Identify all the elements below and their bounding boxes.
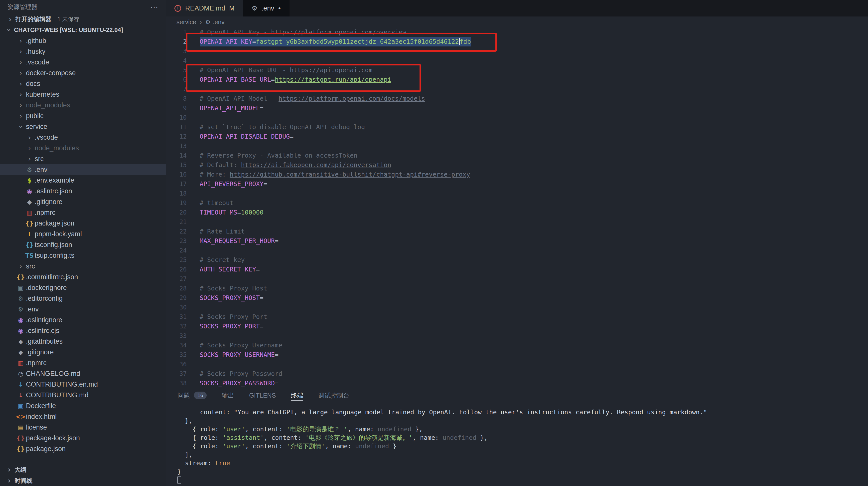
tree-folder-kubernetes[interactable]: ›kubernetes <box>0 89 166 100</box>
tree-file-tsconfig.json[interactable]: {}tsconfig.json <box>0 239 166 250</box>
workspace-root-header[interactable]: › CHATGPT-WEB [WSL: UBUNTU-22.04] <box>0 25 166 35</box>
code-line[interactable]: 36 <box>166 360 868 369</box>
code-line[interactable]: 33 <box>166 331 868 341</box>
code-line[interactable]: 1# OpenAI API Key - https://platform.ope… <box>166 27 868 37</box>
tree-file-CONTRIBUTING.md[interactable]: ↓CONTRIBUTING.md <box>0 390 166 401</box>
code-line-text: API_REVERSE_PROXY= <box>200 179 267 189</box>
tree-folder-.husky[interactable]: ›.husky <box>0 46 166 57</box>
tree-file-.gitignore[interactable]: ◆.gitignore <box>0 197 166 207</box>
code-line[interactable]: 24 <box>166 246 868 255</box>
tree-folder-docs[interactable]: ›docs <box>0 79 166 89</box>
code-line[interactable]: 11# set `true` to disable OpenAI API deb… <box>166 122 868 132</box>
panel-tab-输出[interactable]: 输出 <box>222 388 234 403</box>
tree-file-package-lock.json[interactable]: {}package-lock.json <box>0 433 166 444</box>
code-line[interactable]: 29SOCKS_PROXY_HOST= <box>166 293 868 303</box>
tree-file-package.json[interactable]: {}package.json <box>0 444 166 454</box>
outline-section[interactable]: › 大纲 <box>0 464 166 475</box>
code-line[interactable]: 19# timeout <box>166 198 868 208</box>
code-line[interactable]: 10 <box>166 113 868 122</box>
tree-item-label: CONTRIBUTING.en.md <box>26 381 98 388</box>
code-line[interactable]: 9OPENAI_API_MODEL= <box>166 104 868 113</box>
code-line[interactable]: 16# More: https://github.com/transitive-… <box>166 170 868 179</box>
tree-file-package.json[interactable]: {}package.json <box>0 218 166 229</box>
tree-file-.gitattributes[interactable]: ◆.gitattributes <box>0 336 166 347</box>
tree-file-tsup.config.ts[interactable]: TStsup.config.ts <box>0 250 166 261</box>
code-line[interactable]: 18 <box>166 189 868 198</box>
panel-tab-终端[interactable]: 终端 <box>291 388 303 403</box>
timeline-section[interactable]: › 时间线 <box>0 475 166 486</box>
tree-folder-.github[interactable]: ›.github <box>0 35 166 46</box>
tree-file-.editorconfig[interactable]: ⚙.editorconfig <box>0 293 166 304</box>
tree-item-label: CONTRIBUTING.md <box>26 391 89 399</box>
code-line[interactable]: 12OPENAI_API_DISABLE_DEBUG= <box>166 132 868 141</box>
tree-file-.env[interactable]: ⚙.env <box>0 304 166 315</box>
panel-tab-问题[interactable]: 问题16 <box>178 388 207 403</box>
tab-README.md[interactable]: iREADME.mdM <box>166 0 243 17</box>
code-line[interactable]: 6OPENAI_API_BASE_URL=https://fastgpt.run… <box>166 75 868 84</box>
tab-.env[interactable]: ⚙.env● <box>243 0 289 17</box>
tree-folder-service[interactable]: ›service <box>0 121 166 132</box>
panel-tab-调试控制台[interactable]: 调试控制台 <box>318 388 349 403</box>
tree-folder-.vscode[interactable]: ›.vscode <box>0 132 166 143</box>
code-line[interactable]: 7 <box>166 84 868 94</box>
tree-folder-src[interactable]: ›src <box>0 261 166 272</box>
tree-file-.gitignore[interactable]: ◆.gitignore <box>0 347 166 358</box>
tree-folder-src[interactable]: ›src <box>0 153 166 164</box>
code-line[interactable]: 23MAX_REQUEST_PER_HOUR= <box>166 236 868 246</box>
terminal[interactable]: content: "You are ChatGPT, a large langu… <box>166 403 868 486</box>
code-line[interactable]: 34# Socks Proxy Username <box>166 341 868 350</box>
code-line[interactable]: 3 <box>166 47 868 56</box>
code-line[interactable]: 8# OpenAI API Model - https://platform.o… <box>166 94 868 104</box>
tree-file-.env.example[interactable]: $.env.example <box>0 175 166 186</box>
tree-folder-node_modules[interactable]: ›node_modules <box>0 100 166 111</box>
breadcrumb-item-.env[interactable]: ⚙.env <box>206 19 225 26</box>
code-line[interactable]: 17API_REVERSE_PROXY= <box>166 179 868 189</box>
tree-file-.commitlintrc.json[interactable]: {}.commitlintrc.json <box>0 272 166 282</box>
code-line[interactable]: 14# Reverse Proxy - Available on accessT… <box>166 151 868 160</box>
code-line[interactable]: 25# Secret key <box>166 255 868 265</box>
tree-file-.npmrc[interactable]: ▥.npmrc <box>0 358 166 368</box>
code-line[interactable]: 38SOCKS_PROXY_PASSWORD= <box>166 379 868 388</box>
tree-file-CONTRIBUTING.en.md[interactable]: ↓CONTRIBUTING.en.md <box>0 379 166 390</box>
code-line[interactable]: 28# Socks Proxy Host <box>166 284 868 293</box>
code-line[interactable]: 35SOCKS_PROXY_USERNAME= <box>166 350 868 360</box>
tree-file-.env[interactable]: ⚙.env <box>0 164 166 175</box>
code-line[interactable]: 15# Default: https://ai.fakeopen.com/api… <box>166 160 868 170</box>
gear-icon: ⚙ <box>16 295 26 302</box>
code-line[interactable]: 13 <box>166 141 868 151</box>
tree-folder-.vscode[interactable]: ›.vscode <box>0 57 166 68</box>
code-line[interactable]: 21 <box>166 217 868 227</box>
tree-file-index.html[interactable]: <>index.html <box>0 411 166 422</box>
breadcrumb-item-service[interactable]: service <box>177 19 196 26</box>
code-line[interactable]: 31# Socks Proxy Port <box>166 312 868 322</box>
code-line[interactable]: 32SOCKS_PROXY_PORT= <box>166 322 868 331</box>
panel-tab-GITLENS[interactable]: GITLENS <box>249 388 276 403</box>
tree-file-CHANGELOG.md[interactable]: ◔CHANGELOG.md <box>0 368 166 379</box>
tree-file-pnpm-lock.yaml[interactable]: !pnpm-lock.yaml <box>0 229 166 239</box>
tree-folder-docker-compose[interactable]: ›docker-compose <box>0 68 166 79</box>
open-editors-section[interactable]: › 打开的编辑器 1 未保存 <box>0 14 166 25</box>
dollar-icon: $ <box>24 177 35 184</box>
tree-file-.eslintignore[interactable]: ◉.eslintignore <box>0 315 166 325</box>
tree-folder-node_modules[interactable]: ›node_modules <box>0 143 166 153</box>
tree-file-.dockerignore[interactable]: ▣.dockerignore <box>0 282 166 293</box>
code-line[interactable]: 30 <box>166 303 868 312</box>
editor-code[interactable]: 1# OpenAI API Key - https://platform.ope… <box>166 27 868 388</box>
code-line[interactable]: 2OPENAI_API_KEY=fastgpt-y6b3axfbdd5wyp01… <box>166 37 868 47</box>
code-line-text: # Socks Proxy Password <box>200 369 282 379</box>
code-line[interactable]: 20TIMEOUT_MS=100000 <box>166 208 868 217</box>
tree-file-Dockerfile[interactable]: ▣Dockerfile <box>0 401 166 411</box>
code-line[interactable]: 26AUTH_SECRET_KEY= <box>166 265 868 274</box>
more-actions-icon[interactable]: ⋯ <box>150 2 158 12</box>
tree-file-.eslintrc.cjs[interactable]: ◉.eslintrc.cjs <box>0 325 166 336</box>
code-line[interactable]: 37# Socks Proxy Password <box>166 369 868 379</box>
code-line[interactable]: 22# Rate Limit <box>166 227 868 236</box>
tree-file-.eslintrc.json[interactable]: ◉.eslintrc.json <box>0 186 166 197</box>
docker-icon: ▣ <box>16 403 26 409</box>
tree-file-license[interactable]: ▤license <box>0 422 166 433</box>
code-line[interactable]: 5# OpenAI API Base URL - https://api.ope… <box>166 65 868 75</box>
code-line[interactable]: 4 <box>166 56 868 65</box>
tree-folder-public[interactable]: ›public <box>0 111 166 121</box>
tree-file-.npmrc[interactable]: ▥.npmrc <box>0 207 166 218</box>
code-line[interactable]: 27 <box>166 274 868 284</box>
